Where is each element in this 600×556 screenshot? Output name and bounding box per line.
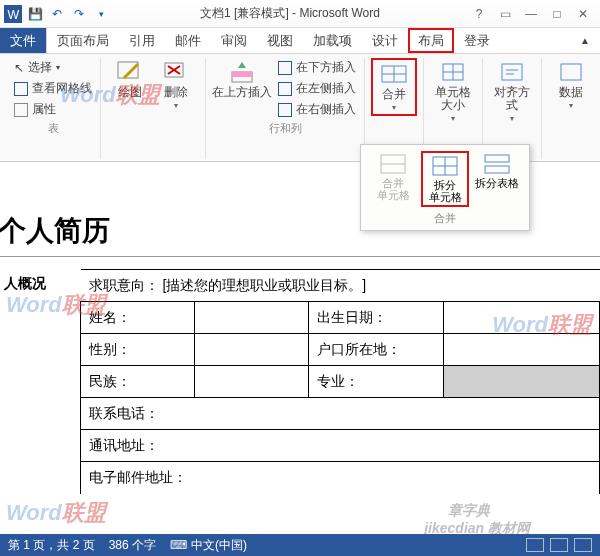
table-row[interactable]: 求职意向： [描述您的理想职业或职业目标。] (81, 270, 600, 302)
cell-gender[interactable]: 性别： (81, 334, 195, 366)
undo-icon[interactable]: ↶ (48, 5, 66, 23)
save-icon[interactable]: 💾 (26, 5, 44, 23)
insert-below-icon (278, 61, 292, 75)
cell-hukou-val[interactable] (444, 334, 600, 366)
svg-rect-15 (502, 64, 522, 80)
tab-addins[interactable]: 加载项 (303, 28, 362, 53)
view-web-icon[interactable] (574, 538, 592, 552)
tab-references[interactable]: 引用 (119, 28, 165, 53)
cell-major-val[interactable] (444, 366, 600, 398)
redo-icon[interactable]: ↷ (70, 5, 88, 23)
merge-button[interactable]: 合并 ▾ (371, 58, 417, 116)
insert-right-label: 在右侧插入 (296, 101, 356, 118)
view-gridlines-button[interactable]: 查看网格线 (12, 79, 94, 98)
alignment-button[interactable]: 对齐方式 ▾ (489, 58, 535, 125)
watermark-site: 章字典 (448, 502, 490, 520)
select-button[interactable]: ↖选择▾ (12, 58, 94, 77)
merge-label: 合并 (382, 88, 406, 101)
watermark: Word联盟 (6, 498, 106, 528)
properties-label: 属性 (32, 101, 56, 118)
status-bar: 第 1 页，共 2 页 386 个字 ⌨中文(中国) (0, 534, 600, 556)
cell-email[interactable]: 电子邮件地址： (81, 462, 600, 494)
tab-layout[interactable]: 布局 (408, 28, 454, 53)
view-readmode-icon[interactable] (526, 538, 544, 552)
ribbon-display-options-icon[interactable]: ▭ (496, 5, 514, 23)
svg-line-3 (124, 64, 138, 78)
status-words[interactable]: 386 个字 (109, 537, 156, 554)
status-page[interactable]: 第 1 页，共 2 页 (8, 537, 95, 554)
insert-above-label: 在上方插入 (212, 86, 272, 99)
delete-icon (162, 60, 190, 84)
cell-size-button[interactable]: 单元格大小 ▾ (430, 58, 476, 125)
svg-rect-25 (485, 166, 509, 173)
merge-dropdown-popup: 合并 单元格 拆分 单元格 拆分表格 合并 (360, 144, 530, 231)
insert-above-icon (228, 60, 256, 84)
tab-view[interactable]: 视图 (257, 28, 303, 53)
svg-rect-18 (561, 64, 581, 80)
ribbon-tabs: 文件 页面布局 引用 邮件 审阅 视图 加载项 设计 布局 登录 ▲ (0, 28, 600, 54)
alignment-label: 对齐方式 (489, 86, 535, 112)
view-gridlines-label: 查看网格线 (32, 80, 92, 97)
help-icon[interactable]: ? (470, 5, 488, 23)
collapse-ribbon-icon[interactable]: ▲ (570, 28, 600, 53)
cell-name[interactable]: 姓名： (81, 302, 195, 334)
quick-access-toolbar: W 💾 ↶ ↷ ▾ (0, 5, 110, 23)
split-table-label: 拆分表格 (475, 177, 519, 189)
data-icon (557, 60, 585, 84)
merge-cells-button[interactable]: 合并 单元格 (369, 151, 417, 207)
select-label: 选择 (28, 59, 52, 76)
tab-review[interactable]: 审阅 (211, 28, 257, 53)
status-language[interactable]: ⌨中文(中国) (170, 537, 247, 554)
ribbon-group-table: ↖选择▾ 查看网格线 属性 表 (6, 58, 101, 159)
cell-phone[interactable]: 联系电话： (81, 398, 600, 430)
title-bar: W 💾 ↶ ↷ ▾ 文档1 [兼容模式] - Microsoft Word ? … (0, 0, 600, 28)
cell-ethnicity-val[interactable] (195, 366, 309, 398)
merge-cells-label: 合并 单元格 (377, 177, 410, 201)
insert-right-icon (278, 103, 292, 117)
tab-design[interactable]: 设计 (362, 28, 408, 53)
draw-button[interactable]: 绘图 (107, 58, 153, 101)
cell-address[interactable]: 通讯地址： (81, 430, 600, 462)
cell-birth[interactable]: 出生日期： (309, 302, 444, 334)
cell-gender-val[interactable] (195, 334, 309, 366)
minimize-icon[interactable]: — (522, 5, 540, 23)
status-language-label: 中文(中国) (191, 537, 247, 554)
word-app-icon[interactable]: W (4, 5, 22, 23)
tab-login[interactable]: 登录 (454, 28, 500, 53)
split-cells-button[interactable]: 拆分 单元格 (421, 151, 469, 207)
insert-above-button[interactable]: 在上方插入 (212, 58, 272, 119)
qat-dropdown-icon[interactable]: ▾ (92, 5, 110, 23)
tab-page-layout[interactable]: 页面布局 (46, 28, 119, 53)
group-label-table: 表 (48, 119, 59, 136)
tab-file[interactable]: 文件 (0, 28, 46, 53)
svg-rect-24 (485, 155, 509, 162)
resume-table[interactable]: 求职意向： [描述您的理想职业或职业目标。] 姓名： 出生日期： 性别： 户口所… (80, 269, 600, 494)
cell-major[interactable]: 专业： (309, 366, 444, 398)
properties-button[interactable]: 属性 (12, 100, 94, 119)
cell-size-icon (439, 60, 467, 84)
cell-birth-val[interactable] (444, 302, 600, 334)
maximize-icon[interactable]: □ (548, 5, 566, 23)
split-table-button[interactable]: 拆分表格 (473, 151, 521, 207)
cell-name-val[interactable] (195, 302, 309, 334)
insert-left-icon (278, 82, 292, 96)
insert-left-button[interactable]: 在左侧插入 (276, 79, 358, 98)
insert-right-button[interactable]: 在右侧插入 (276, 100, 358, 119)
alignment-icon (498, 60, 526, 84)
cell-hukou[interactable]: 户口所在地： (309, 334, 444, 366)
job-intent-placeholder[interactable]: [描述您的理想职业或职业目标。] (162, 277, 366, 293)
delete-button[interactable]: 删除 ▾ (153, 58, 199, 112)
merge-icon (380, 62, 408, 86)
insert-below-button[interactable]: 在下方插入 (276, 58, 358, 77)
popup-group-label: 合并 (369, 211, 521, 226)
cell-size-label: 单元格大小 (430, 86, 476, 112)
cell-ethnicity[interactable]: 民族： (81, 366, 195, 398)
tab-mailings[interactable]: 邮件 (165, 28, 211, 53)
data-button[interactable]: 数据 ▾ (548, 58, 594, 112)
grid-icon (14, 82, 28, 96)
view-print-icon[interactable] (550, 538, 568, 552)
close-icon[interactable]: ✕ (574, 5, 592, 23)
language-icon: ⌨ (170, 538, 187, 552)
svg-rect-8 (232, 72, 252, 77)
split-cells-icon (431, 155, 459, 177)
